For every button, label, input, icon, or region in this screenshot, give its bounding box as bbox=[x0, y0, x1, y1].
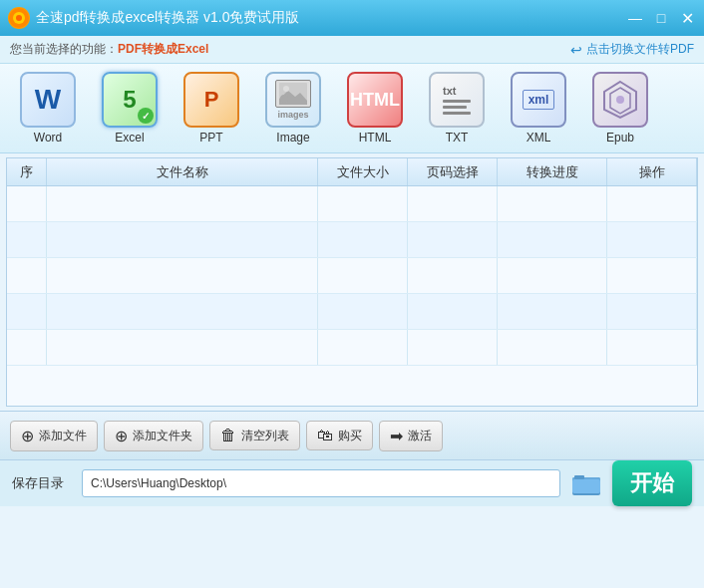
excel-label: Excel bbox=[115, 131, 144, 145]
activate-button[interactable]: ➡ 激活 bbox=[379, 421, 443, 451]
svg-point-5 bbox=[283, 86, 289, 92]
format-xml[interactable]: xml XML bbox=[501, 72, 576, 145]
close-button[interactable]: ✕ bbox=[678, 9, 696, 27]
add-folder-icon: ⊕ bbox=[115, 427, 128, 445]
col-action: 操作 bbox=[607, 158, 697, 185]
image-icon-img: images bbox=[265, 72, 321, 128]
table-body bbox=[7, 186, 697, 406]
txt-label: TXT bbox=[446, 131, 469, 145]
file-table: 序 文件名称 文件大小 页码选择 转换进度 操作 bbox=[6, 157, 698, 407]
excel-check-icon: ✓ bbox=[138, 108, 154, 124]
minimize-button[interactable]: — bbox=[626, 9, 644, 27]
save-path-input[interactable] bbox=[82, 469, 560, 497]
col-seq: 序 bbox=[7, 158, 47, 185]
table-row bbox=[7, 186, 697, 222]
svg-point-8 bbox=[616, 96, 624, 104]
word-icon-img: W bbox=[20, 72, 76, 128]
title-bar: 全速pdf转换成excel转换器 v1.0免费试用版 — □ ✕ bbox=[0, 0, 704, 36]
txt-icon-img: txt bbox=[429, 72, 485, 128]
buy-icon: 🛍 bbox=[317, 427, 333, 444]
table-row bbox=[7, 294, 697, 330]
format-excel[interactable]: 5 ✓ Excel bbox=[92, 72, 168, 145]
format-image[interactable]: images Image bbox=[255, 72, 331, 145]
format-word[interactable]: W Word bbox=[10, 72, 86, 145]
add-file-icon: ⊕ bbox=[21, 427, 34, 445]
word-label: Word bbox=[34, 131, 62, 145]
clear-icon: 🗑 bbox=[220, 427, 236, 444]
clear-list-button[interactable]: 🗑 清空列表 bbox=[209, 421, 300, 450]
current-function-label: 您当前选择的功能：PDF转换成Excel bbox=[10, 41, 208, 58]
table-row bbox=[7, 330, 697, 366]
sub-header: 您当前选择的功能：PDF转换成Excel ↩ 点击切换文件转PDF bbox=[0, 36, 704, 64]
browse-folder-button[interactable] bbox=[570, 469, 602, 497]
start-button[interactable]: 开始 bbox=[612, 460, 692, 506]
epub-icon-img bbox=[592, 72, 648, 128]
format-icons-row: W Word 5 ✓ Excel P PPT bbox=[0, 64, 704, 153]
app-logo bbox=[8, 7, 30, 29]
app-title: 全速pdf转换成excel转换器 v1.0免费试用版 bbox=[36, 9, 300, 27]
format-ppt[interactable]: P PPT bbox=[174, 72, 249, 145]
epub-label: Epub bbox=[606, 131, 634, 145]
save-row: 保存目录 开始 bbox=[0, 460, 704, 506]
add-file-button[interactable]: ⊕ 添加文件 bbox=[10, 421, 98, 451]
activate-icon: ➡ bbox=[390, 427, 403, 445]
col-filename: 文件名称 bbox=[47, 158, 318, 185]
xml-label: XML bbox=[527, 131, 551, 145]
html-icon-img: HTML bbox=[347, 72, 403, 128]
table-row bbox=[7, 222, 697, 258]
save-label: 保存目录 bbox=[12, 474, 72, 492]
excel-icon-img: 5 ✓ bbox=[102, 72, 158, 128]
ppt-icon-img: P bbox=[183, 72, 239, 128]
maximize-button[interactable]: □ bbox=[652, 9, 670, 27]
buy-button[interactable]: 🛍 购买 bbox=[306, 421, 373, 450]
col-filesize: 文件大小 bbox=[318, 158, 408, 185]
bottom-toolbar: ⊕ 添加文件 ⊕ 添加文件夹 🗑 清空列表 🛍 购买 ➡ 激活 bbox=[0, 411, 704, 460]
image-label: Image bbox=[276, 131, 309, 145]
table-header: 序 文件名称 文件大小 页码选择 转换进度 操作 bbox=[7, 158, 697, 186]
ppt-label: PPT bbox=[199, 131, 222, 145]
col-progress: 转换进度 bbox=[498, 158, 607, 185]
html-label: HTML bbox=[359, 131, 392, 145]
svg-point-2 bbox=[16, 15, 22, 21]
add-folder-button[interactable]: ⊕ 添加文件夹 bbox=[104, 421, 203, 451]
xml-icon-img: xml bbox=[511, 72, 566, 128]
table-row bbox=[7, 258, 697, 294]
format-epub[interactable]: Epub bbox=[582, 72, 658, 145]
svg-rect-11 bbox=[572, 479, 600, 493]
switch-mode-button[interactable]: ↩ 点击切换文件转PDF bbox=[570, 41, 694, 58]
format-txt[interactable]: txt TXT bbox=[419, 72, 495, 145]
title-bar-left: 全速pdf转换成excel转换器 v1.0免费试用版 bbox=[8, 7, 300, 29]
col-pages: 页码选择 bbox=[408, 158, 498, 185]
format-html[interactable]: HTML HTML bbox=[337, 72, 413, 145]
svg-rect-12 bbox=[574, 475, 584, 479]
arrow-icon: ↩ bbox=[570, 42, 582, 58]
title-controls: — □ ✕ bbox=[626, 9, 696, 27]
